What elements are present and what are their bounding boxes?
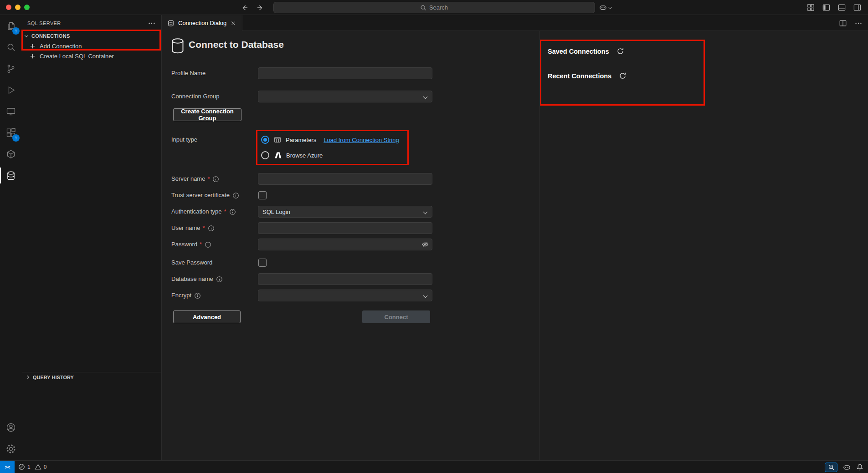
refresh-icon[interactable] <box>619 72 627 80</box>
database-icon <box>5 170 16 181</box>
password-input-wrap <box>258 239 432 250</box>
activity-run-debug[interactable] <box>0 79 22 101</box>
recent-connections-header: Recent Connections <box>548 72 627 80</box>
status-bar-right <box>825 461 863 473</box>
browse-azure-radio[interactable] <box>261 151 269 159</box>
browse-azure-option-row: Browse Azure <box>261 149 323 161</box>
editor-actions <box>839 15 863 31</box>
source-control-icon <box>5 63 16 74</box>
trust-cert-checkbox[interactable] <box>258 191 267 199</box>
auth-type-label: Authentication type <box>171 206 222 218</box>
remote-indicator[interactable]: >< <box>0 461 15 473</box>
eye-off-icon[interactable] <box>421 241 429 248</box>
toggle-panel-icon[interactable] <box>837 3 846 12</box>
connections-section-label: CONNECTIONS <box>31 33 70 39</box>
activity-source-control[interactable] <box>0 58 22 79</box>
add-connection-item[interactable]: Add Connection <box>22 41 161 51</box>
refresh-icon[interactable] <box>616 47 624 55</box>
password-input[interactable] <box>258 239 432 250</box>
activity-search[interactable] <box>0 36 22 58</box>
connect-button[interactable]: Connect <box>362 310 430 323</box>
server-name-row: Server name * <box>162 173 868 185</box>
remote-explorer-icon <box>5 106 16 117</box>
activity-explorer[interactable]: 1 <box>0 15 22 36</box>
server-name-label: Server name <box>171 173 205 185</box>
trust-cert-label: Trust server certificate <box>171 189 230 201</box>
status-bar: >< 1 0 <box>0 460 868 473</box>
sidebar-header: SQL SERVER <box>22 15 161 31</box>
connections-section-header[interactable]: CONNECTIONS <box>22 31 161 41</box>
connection-dialog-webview: Connect to Database Profile Name Connect… <box>162 31 868 460</box>
forward-icon[interactable] <box>256 4 264 12</box>
activity-extensions[interactable]: 1 <box>0 122 22 143</box>
copilot-icon[interactable] <box>843 463 851 471</box>
toggle-primary-sidebar-icon[interactable] <box>822 3 831 12</box>
auth-type-row: Authentication type * SQL Login <box>162 206 868 218</box>
query-history-section-header[interactable]: QUERY HISTORY <box>22 372 161 382</box>
search-icon <box>5 42 16 53</box>
tab-connection-dialog[interactable]: Connection Dialog <box>162 15 242 31</box>
activity-containers[interactable] <box>0 143 22 165</box>
warning-icon <box>35 463 41 470</box>
more-actions-icon[interactable] <box>854 19 863 27</box>
load-connection-string-link[interactable]: Load from Connection String <box>324 137 399 143</box>
sidebar: SQL SERVER CONNECTIONS Add Connection Cr… <box>22 15 162 460</box>
dialog-title: Connect to Database <box>189 39 284 50</box>
search-input[interactable]: Search <box>273 2 595 13</box>
auth-type-select[interactable]: SQL Login <box>258 206 432 218</box>
close-icon[interactable] <box>230 20 236 26</box>
info-icon[interactable] <box>194 292 201 299</box>
recent-connections-title: Recent Connections <box>548 72 611 80</box>
profile-name-row: Profile Name <box>162 67 868 79</box>
user-name-input[interactable] <box>258 222 432 234</box>
copilot-icon <box>599 4 607 11</box>
more-actions-icon[interactable] <box>148 19 156 27</box>
query-history-label: QUERY HISTORY <box>33 375 74 380</box>
gear-icon <box>5 443 16 454</box>
plus-icon <box>29 53 36 60</box>
info-icon[interactable] <box>232 192 239 199</box>
profile-name-input[interactable] <box>258 67 432 79</box>
info-icon[interactable] <box>229 209 236 215</box>
create-local-sql-container-item[interactable]: Create Local SQL Container <box>22 51 161 61</box>
tab-bar: Connection Dialog <box>162 15 868 31</box>
info-icon[interactable] <box>205 241 211 248</box>
minimize-window-button[interactable] <box>15 5 21 10</box>
browse-azure-label: Browse Azure <box>286 152 323 159</box>
info-icon[interactable] <box>208 225 215 232</box>
chevron-down-icon <box>608 5 611 9</box>
maximize-window-button[interactable] <box>24 5 30 10</box>
database-name-input[interactable] <box>258 273 432 285</box>
password-label: Password <box>171 239 197 250</box>
account-icon <box>5 422 16 433</box>
problems-status[interactable]: 1 0 <box>18 463 46 470</box>
create-connection-group-button[interactable]: Create Connection Group <box>173 108 241 121</box>
copilot-menu-button[interactable] <box>599 0 611 15</box>
encrypt-select[interactable] <box>258 290 432 301</box>
encrypt-label: Encrypt <box>171 290 191 301</box>
connection-group-label: Connection Group <box>171 91 220 102</box>
zoom-icon <box>828 464 835 471</box>
save-password-checkbox[interactable] <box>258 259 267 267</box>
connection-group-select[interactable] <box>258 91 432 102</box>
search-icon <box>420 5 426 11</box>
activity-accounts[interactable] <box>0 417 22 438</box>
activity-remote-explorer[interactable] <box>0 101 22 122</box>
saved-connections-title: Saved Connections <box>548 48 609 55</box>
activity-settings[interactable] <box>0 438 22 459</box>
server-name-input[interactable] <box>258 173 432 185</box>
back-icon[interactable] <box>241 4 249 12</box>
info-icon[interactable] <box>212 176 219 183</box>
parameters-radio[interactable] <box>261 136 269 144</box>
advanced-button[interactable]: Advanced <box>173 310 241 323</box>
bell-icon[interactable] <box>856 463 863 471</box>
saved-connections-header: Saved Connections <box>548 47 624 55</box>
info-icon[interactable] <box>216 276 223 283</box>
activity-sql-server[interactable] <box>0 165 22 186</box>
zoom-status-item[interactable] <box>825 463 837 472</box>
split-editor-icon[interactable] <box>839 19 847 27</box>
toggle-secondary-sidebar-icon[interactable] <box>853 3 862 12</box>
activity-bar: 1 1 <box>0 15 22 460</box>
customize-layout-icon[interactable] <box>806 3 815 12</box>
close-window-button[interactable] <box>6 5 11 10</box>
